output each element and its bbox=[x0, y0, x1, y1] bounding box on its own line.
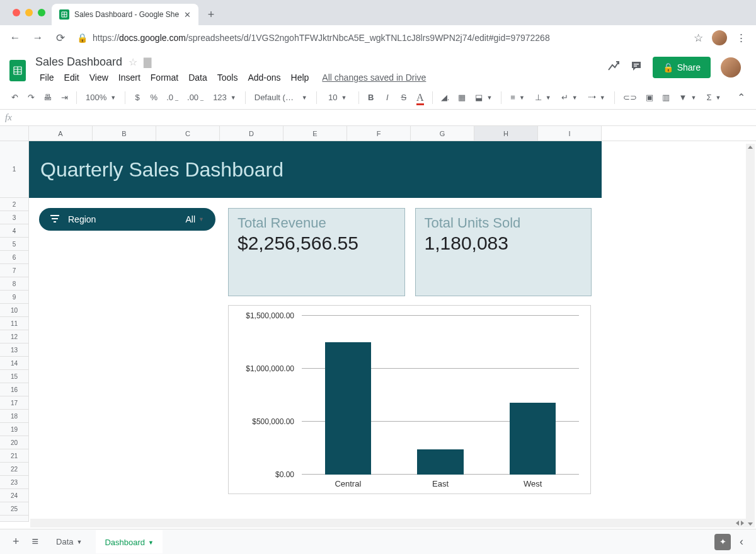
row-hdr[interactable]: 22 bbox=[0, 463, 29, 476]
col-hdr-i[interactable]: I bbox=[538, 126, 602, 141]
col-hdr-f[interactable]: F bbox=[347, 126, 411, 141]
col-hdr-b[interactable]: B bbox=[93, 126, 156, 141]
row-hdr[interactable]: 3 bbox=[0, 211, 29, 224]
row-hdr[interactable]: 16 bbox=[0, 383, 29, 396]
share-button[interactable]: 🔒 Share bbox=[653, 57, 711, 78]
decrease-decimal-button[interactable]: .0_ bbox=[163, 90, 181, 105]
menu-data[interactable]: Data bbox=[184, 70, 212, 85]
menu-insert[interactable]: Insert bbox=[114, 70, 145, 85]
horizontal-scrollbar[interactable] bbox=[30, 519, 746, 528]
menu-view[interactable]: View bbox=[85, 70, 113, 85]
row-hdr[interactable]: 9 bbox=[0, 291, 29, 304]
row-hdr[interactable]: 25 bbox=[0, 502, 29, 516]
menu-addons[interactable]: Add-ons bbox=[243, 70, 285, 85]
all-sheets-button[interactable]: ≡ bbox=[28, 533, 43, 551]
col-hdr-c[interactable]: C bbox=[156, 126, 220, 141]
row-hdr[interactable]: 2 bbox=[0, 198, 29, 211]
col-hdr-h[interactable]: H bbox=[474, 126, 538, 141]
sheet-tab-data[interactable]: Data▼ bbox=[47, 531, 91, 553]
menu-tools[interactable]: Tools bbox=[213, 70, 243, 85]
row-hdr[interactable]: 12 bbox=[0, 330, 29, 343]
insert-chart-button[interactable]: ▥ bbox=[659, 90, 673, 105]
bold-button[interactable]: B bbox=[364, 90, 378, 105]
address-bar[interactable]: 🔒 https://docs.google.com/spreadsheets/d… bbox=[74, 33, 684, 43]
increase-decimal-button[interactable]: .00_ bbox=[184, 90, 207, 105]
row-hdr[interactable]: 19 bbox=[0, 423, 29, 436]
text-rotate-button[interactable]: ⭬▼ bbox=[584, 90, 609, 105]
menu-edit[interactable]: Edit bbox=[60, 70, 84, 85]
menu-format[interactable]: Format bbox=[146, 70, 183, 85]
row-hdr[interactable]: 7 bbox=[0, 264, 29, 277]
region-filter-dropdown[interactable]: Region All▼ bbox=[39, 208, 215, 231]
format-currency-button[interactable]: $ bbox=[130, 90, 144, 105]
row-hdr[interactable]: 1 bbox=[0, 141, 29, 198]
activity-icon[interactable] bbox=[607, 60, 620, 76]
strike-button[interactable]: S bbox=[397, 90, 411, 105]
forward-button[interactable]: → bbox=[29, 29, 47, 47]
new-tab-button[interactable]: + bbox=[202, 6, 220, 23]
filter-button[interactable]: ▼▼ bbox=[675, 90, 701, 105]
functions-button[interactable]: Σ▼ bbox=[702, 90, 724, 105]
insert-link-button[interactable]: ⊂⊃ bbox=[620, 90, 640, 105]
vertical-scrollbar[interactable] bbox=[746, 144, 755, 528]
collapse-toolbar-button[interactable]: ⌃ bbox=[734, 89, 748, 106]
move-folder-icon[interactable]: ▇ bbox=[144, 56, 151, 68]
reload-button[interactable]: ⟳ bbox=[52, 29, 69, 47]
window-maximize-button[interactable] bbox=[38, 9, 45, 16]
print-button[interactable]: 🖶 bbox=[40, 90, 55, 105]
borders-button[interactable]: ▦ bbox=[455, 90, 469, 105]
row-hdr[interactable]: 11 bbox=[0, 317, 29, 330]
menu-help[interactable]: Help bbox=[287, 70, 314, 85]
back-button[interactable]: ← bbox=[6, 29, 24, 47]
redo-button[interactable]: ↷ bbox=[24, 90, 38, 105]
zoom-dropdown[interactable]: 100%▼ bbox=[82, 90, 120, 105]
browser-menu-button[interactable]: ⋮ bbox=[732, 29, 750, 47]
insert-comment-button[interactable]: ▣ bbox=[643, 90, 656, 105]
sheets-app-icon[interactable] bbox=[5, 55, 30, 86]
row-hdr[interactable]: 10 bbox=[0, 304, 29, 317]
col-hdr-e[interactable]: E bbox=[284, 126, 347, 141]
explore-button[interactable]: ✦ bbox=[714, 534, 731, 550]
horiz-align-button[interactable]: ≡▼ bbox=[507, 90, 529, 105]
row-hdr[interactable]: 14 bbox=[0, 357, 29, 370]
format-percent-button[interactable]: % bbox=[147, 90, 161, 105]
row-hdr[interactable]: 18 bbox=[0, 410, 29, 423]
profile-avatar[interactable] bbox=[712, 30, 727, 45]
tab-close-button[interactable]: ✕ bbox=[184, 10, 191, 20]
bookmark-star-icon[interactable]: ☆ bbox=[689, 29, 707, 47]
sheet-tab-dashboard[interactable]: Dashboard▼ bbox=[96, 530, 163, 553]
row-hdr[interactable]: 8 bbox=[0, 277, 29, 291]
revenue-bar-chart[interactable]: $1,500,000.00$1,000,000.00$500,000.00$0.… bbox=[228, 305, 591, 494]
document-title[interactable]: Sales Dashboard bbox=[35, 55, 122, 69]
col-hdr-g[interactable]: G bbox=[411, 126, 474, 141]
menu-file[interactable]: File bbox=[35, 70, 59, 85]
row-hdr[interactable]: 24 bbox=[0, 489, 29, 502]
row-hdr[interactable]: 21 bbox=[0, 449, 29, 463]
row-hdr[interactable]: 15 bbox=[0, 370, 29, 383]
add-sheet-button[interactable]: + bbox=[9, 533, 23, 551]
row-hdr[interactable]: 5 bbox=[0, 238, 29, 251]
row-hdr[interactable]: 6 bbox=[0, 251, 29, 264]
row-hdr[interactable]: 20 bbox=[0, 436, 29, 449]
merge-cells-button[interactable]: ⬓▼ bbox=[471, 90, 496, 105]
window-minimize-button[interactable] bbox=[25, 9, 33, 16]
fill-color-button[interactable]: ◢. bbox=[438, 90, 453, 105]
side-panel-toggle[interactable]: ‹ bbox=[736, 533, 747, 551]
font-dropdown[interactable]: Default (Ve...▼ bbox=[251, 90, 311, 105]
format-more-dropdown[interactable]: 123▼ bbox=[209, 90, 240, 105]
select-all-corner[interactable] bbox=[0, 126, 29, 141]
save-status[interactable]: All changes saved in Drive bbox=[322, 72, 426, 83]
comments-icon[interactable] bbox=[630, 60, 643, 76]
row-hdr[interactable]: 13 bbox=[0, 343, 29, 357]
undo-button[interactable]: ↶ bbox=[8, 90, 21, 105]
row-hdr[interactable]: 4 bbox=[0, 224, 29, 238]
italic-button[interactable]: I bbox=[381, 90, 394, 105]
col-hdr-d[interactable]: D bbox=[220, 126, 284, 141]
paint-format-button[interactable]: ⇥ bbox=[57, 90, 71, 105]
browser-tab[interactable]: Sales Dashboard - Google She ✕ bbox=[52, 4, 198, 25]
star-icon[interactable]: ☆ bbox=[129, 56, 137, 68]
text-wrap-button[interactable]: ↵▼ bbox=[558, 90, 581, 105]
window-close-button[interactable] bbox=[13, 9, 20, 16]
vert-align-button[interactable]: ⊥▼ bbox=[531, 90, 555, 105]
text-color-button[interactable]: A bbox=[413, 89, 427, 106]
